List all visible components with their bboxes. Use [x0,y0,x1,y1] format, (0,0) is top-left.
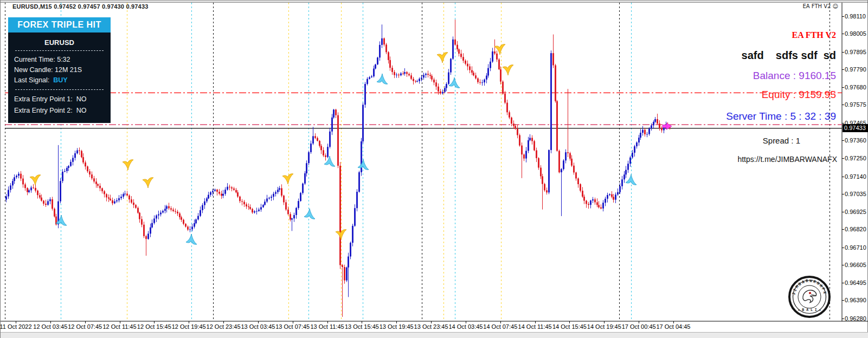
candle [290,212,291,222]
candle [106,193,107,202]
candle [373,66,375,77]
candle [654,117,656,123]
candle [319,140,320,147]
candle [348,253,349,297]
candle [423,73,425,80]
candle [293,213,295,222]
hud-server-time: Server Time : 5 : 32 : 39 [726,110,836,122]
price-axis-label: 0.97575 [845,101,866,108]
candle [571,155,573,167]
candle [546,187,548,194]
candle [28,188,30,193]
candle [325,153,326,160]
buy-arrow-icon[interactable] [377,74,388,84]
sell-arrow-icon[interactable] [30,175,41,185]
time-axis-label: 13 Oct 23:45 [412,323,451,330]
candle [592,197,594,203]
axis-ticks [16,17,845,324]
chart-title: EURUSD,M15 0.97452 0.97457 0.97430 0.974… [12,3,149,10]
candle [185,223,187,227]
candle [302,183,304,194]
candle [124,191,126,196]
candle [396,73,397,77]
candle [81,150,82,159]
candle [20,171,22,181]
buy-arrow-icon[interactable] [626,174,636,185]
sell-arrow-icon[interactable] [123,160,133,170]
candle [55,214,57,226]
panel-separator [15,89,104,90]
candle [260,204,262,212]
buy-arrow-icon[interactable] [304,209,315,219]
candle [237,190,239,198]
candle [486,73,487,83]
price-axis-label: 0.96820 [845,226,866,232]
price-axis-label: 0.96495 [845,280,866,286]
sell-arrow-icon[interactable] [494,44,505,55]
sell-arrow-icon[interactable] [503,65,513,75]
candle [37,190,38,198]
candle [66,166,68,173]
candlestick-chart[interactable]: JIMBARWANAFX★ B A L I ★ [1,1,868,338]
candle [339,162,341,269]
candle [131,196,132,204]
price-axis-label: 0.97360 [845,137,866,144]
candle [634,145,635,157]
telegram-link[interactable]: https://t.me/JIMBARWANAFX [737,155,837,164]
candle [456,41,458,52]
candle [16,174,17,179]
candle [279,186,280,192]
time-axis-label: 12 Oct 15:45 [134,323,173,330]
candle [383,37,385,47]
candle [91,172,93,180]
candle [369,76,370,80]
candle [496,51,498,62]
candle [183,219,184,225]
candle [143,222,145,238]
price-axis-label: 0.97035 [845,191,866,197]
candle [202,203,203,213]
candle [394,70,395,78]
sell-arrow-icon[interactable] [143,178,153,188]
candle [308,151,310,166]
hud-equity: Equity : 9159.95 [762,89,836,101]
sell-arrow-icon[interactable] [437,53,448,63]
candle [239,196,241,203]
candle [632,150,633,159]
candle [582,187,583,198]
candle [611,191,613,198]
time-axis-label: 11 Oct 2022 [0,323,35,330]
extra-entry-2-label: Extra Entry Point 2: [14,107,76,114]
candle [147,231,149,239]
candle [621,176,623,190]
candle [538,157,539,170]
panel-separator [15,50,104,51]
buy-arrow-icon[interactable] [358,159,369,170]
candle [323,147,324,157]
candle [166,205,168,212]
candle [406,71,408,77]
candle [555,64,556,103]
candle [189,226,191,232]
candle [444,86,446,93]
candle [544,183,545,191]
panel-current-time: Current Time: 5:32 [14,55,105,65]
candle [181,216,182,222]
candle [638,135,640,146]
candle [235,188,237,193]
buy-arrow-icon[interactable] [449,77,460,88]
candle [400,72,402,76]
time-axis-label: 12 Oct 07:45 [66,323,105,330]
candle [231,186,233,192]
price-axis-label: 0.97140 [845,173,866,180]
candle [364,82,366,108]
candle [135,204,137,209]
candle [659,120,660,131]
candle [24,183,26,191]
bird-eye [809,292,811,294]
sell-arrow-icon[interactable] [282,174,293,184]
candle [448,69,449,85]
new-candle-value: 12M 21S [55,66,82,74]
candle [509,110,510,119]
bottom-strip [1,332,868,338]
